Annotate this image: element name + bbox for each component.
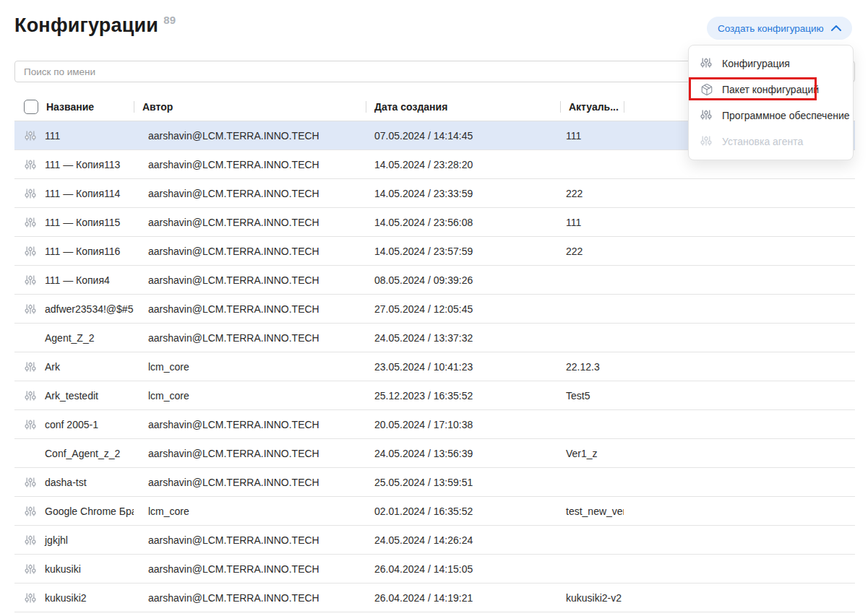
table-row[interactable]: 111 — Копия115aarshavin@LCM.TERRA.INNO.T… <box>14 208 855 237</box>
package-icon <box>700 83 713 96</box>
sliders-icon <box>25 130 36 142</box>
row-version: test_new_vers <box>560 506 624 517</box>
row-name: Google Chrome Брауз <box>45 506 134 517</box>
no-icon <box>25 332 36 344</box>
menu-item-configuration[interactable]: Конфигурация <box>689 51 853 77</box>
table-row[interactable]: 111 — Копия114aarshavin@LCM.TERRA.INNO.T… <box>14 179 855 208</box>
row-author: lcm_core <box>134 506 366 517</box>
row-name-cell: adfwer23534!@$#5 <box>14 303 134 315</box>
row-author: aarshavin@LCM.TERRA.INNO.TECH <box>134 448 366 459</box>
row-created: 23.05.2024 / 10:41:23 <box>366 361 560 373</box>
table-row[interactable]: 111 — Копия116aarshavin@LCM.TERRA.INNO.T… <box>14 237 855 266</box>
row-created: 27.05.2024 / 12:05:45 <box>366 303 560 315</box>
row-version: 111 <box>560 217 624 228</box>
sliders-icon <box>25 361 36 373</box>
select-all-checkbox[interactable] <box>24 100 38 114</box>
row-name: kukusiki2 <box>45 592 87 604</box>
table-row[interactable]: 111 — Копия4aarshavin@LCM.TERRA.INNO.TEC… <box>14 266 855 295</box>
table-row[interactable]: Conf_Agent_z_2aarshavin@LCM.TERRA.INNO.T… <box>14 439 855 468</box>
sliders-icon <box>25 303 36 315</box>
row-created: 26.04.2024 / 14:19:21 <box>366 592 560 604</box>
row-name-cell: dasha-tst <box>14 477 134 488</box>
sliders-icon <box>25 592 36 604</box>
row-author: aarshavin@LCM.TERRA.INNO.TECH <box>134 130 366 142</box>
table-row[interactable]: kukusikiaarshavin@LCM.TERRA.INNO.TECH26.… <box>14 555 855 584</box>
row-name-cell: Agent_Z_2 <box>14 332 134 344</box>
sliders-icon <box>25 534 36 546</box>
row-name-cell: 111 — Копия116 <box>14 246 134 257</box>
count-badge: 89 <box>163 14 176 26</box>
menu-item-software[interactable]: Программное обеспечение <box>689 103 853 129</box>
row-created: 14.05.2024 / 23:33:59 <box>366 188 560 199</box>
sliders-icon <box>700 135 713 148</box>
row-version: 111 <box>560 130 624 142</box>
row-name: conf 2005-1 <box>45 419 98 430</box>
table-row[interactable]: Arklcm_core23.05.2024 / 10:41:2322.12.3 <box>14 352 855 381</box>
table-row[interactable]: jgkjhlaarshavin@LCM.TERRA.INNO.TECH24.05… <box>14 526 855 555</box>
row-name: Ark <box>45 361 60 373</box>
row-author: aarshavin@LCM.TERRA.INNO.TECH <box>134 217 366 228</box>
row-name-cell: Google Chrome Брауз <box>14 506 134 517</box>
sliders-icon <box>25 217 36 228</box>
row-name: dasha-tst <box>45 477 87 488</box>
row-created: 25.05.2024 / 13:59:51 <box>366 477 560 488</box>
sliders-icon <box>25 390 36 402</box>
row-name: adfwer23534!@$#5 <box>45 303 133 315</box>
row-version: kukusiki2-v2 <box>560 592 624 604</box>
row-created: 07.05.2024 / 14:14:45 <box>366 130 560 142</box>
row-name: 111 — Копия113 <box>45 159 120 170</box>
row-version: Test5 <box>560 390 624 402</box>
row-created: 25.12.2023 / 16:35:52 <box>366 390 560 402</box>
sliders-icon <box>700 57 713 70</box>
sliders-icon <box>25 159 36 170</box>
table-row[interactable]: conf 2005-1aarshavin@LCM.TERRA.INNO.TECH… <box>14 410 855 439</box>
row-created: 02.01.2024 / 16:35:52 <box>366 506 560 517</box>
row-author: aarshavin@LCM.TERRA.INNO.TECH <box>134 534 366 546</box>
row-name-cell: Ark_testedit <box>14 390 134 402</box>
table-row[interactable]: kukusiki2aarshavin@LCM.TERRA.INNO.TECH26… <box>14 584 855 612</box>
table-row[interactable]: Google Chrome Браузlcm_core02.01.2024 / … <box>14 497 855 526</box>
row-name: 111 <box>45 130 60 142</box>
row-created: 26.04.2024 / 14:15:05 <box>366 563 560 575</box>
row-name: 111 — Копия4 <box>45 274 110 286</box>
row-name: Agent_Z_2 <box>45 332 95 344</box>
row-name: jgkjhl <box>45 534 68 546</box>
row-author: aarshavin@LCM.TERRA.INNO.TECH <box>134 303 366 315</box>
row-author: aarshavin@LCM.TERRA.INNO.TECH <box>134 477 366 488</box>
row-author: aarshavin@LCM.TERRA.INNO.TECH <box>134 563 366 575</box>
sliders-icon <box>25 506 36 517</box>
chevron-up-icon <box>831 25 841 31</box>
row-name-cell: conf 2005-1 <box>14 419 134 430</box>
no-icon <box>25 448 36 459</box>
row-name: 111 — Копия114 <box>45 188 120 199</box>
sliders-icon <box>25 246 36 257</box>
row-name: 111 — Копия116 <box>45 246 120 257</box>
row-name-cell: 111 — Копия4 <box>14 274 134 286</box>
row-name-cell: jgkjhl <box>14 534 134 546</box>
sliders-icon <box>25 188 36 199</box>
table-row[interactable]: adfwer23534!@$#5aarshavin@LCM.TERRA.INNO… <box>14 295 855 324</box>
row-name-cell: 111 — Копия113 <box>14 159 134 170</box>
row-name: Ark_testedit <box>45 390 98 402</box>
create-configuration-button[interactable]: Создать конфигурацию <box>707 17 852 40</box>
row-name-cell: 111 — Копия115 <box>14 217 134 228</box>
row-name-cell: kukusiki <box>14 563 134 575</box>
table-row[interactable]: Ark_testeditlcm_core25.12.2023 / 16:35:5… <box>14 381 855 410</box>
row-author: aarshavin@LCM.TERRA.INNO.TECH <box>134 332 366 344</box>
table-row[interactable]: Agent_Z_2aarshavin@LCM.TERRA.INNO.TECH24… <box>14 324 855 352</box>
column-header-author: Автор <box>134 92 366 121</box>
row-version: 22.12.3 <box>560 361 624 373</box>
table-row[interactable]: dasha-tstaarshavin@LCM.TERRA.INNO.TECH25… <box>14 468 855 497</box>
page-title: Конфигурации89 <box>14 12 176 42</box>
row-name-cell: 111 <box>14 130 134 142</box>
row-created: 24.05.2024 / 13:37:32 <box>366 332 560 344</box>
menu-item-label: Установка агента <box>722 136 803 147</box>
row-name: Conf_Agent_z_2 <box>45 448 120 459</box>
sliders-icon <box>25 274 36 286</box>
menu-item-configuration-package[interactable]: Пакет конфигураций <box>689 77 853 103</box>
row-created: 24.05.2024 / 13:56:39 <box>366 448 560 459</box>
row-name-cell: 111 — Копия114 <box>14 188 134 199</box>
row-created: 24.05.2024 / 14:26:24 <box>366 534 560 546</box>
menu-item-label: Конфигурация <box>722 58 790 69</box>
row-name: 111 — Копия115 <box>45 217 120 228</box>
